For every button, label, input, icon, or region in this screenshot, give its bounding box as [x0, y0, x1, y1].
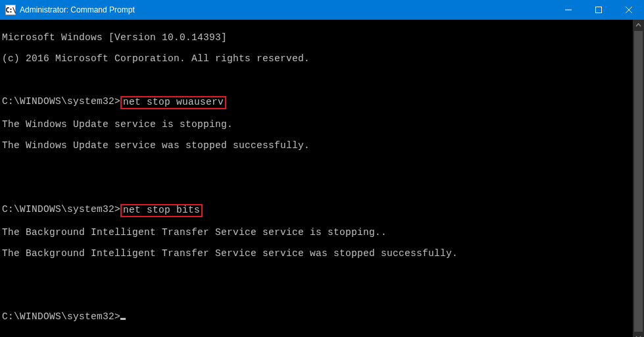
titlebar[interactable]: C:\ Administrator: Command Prompt — [0, 0, 644, 20]
highlight-box-2: net stop bits — [120, 204, 203, 217]
close-icon — [626, 7, 632, 13]
minimize-icon — [565, 7, 572, 13]
output-1-line-1: The Windows Update service is stopping. — [2, 119, 633, 130]
output-2-line-1: The Background Intelligent Transfer Serv… — [2, 227, 633, 238]
scroll-down-button[interactable] — [633, 332, 644, 337]
blank-line — [2, 74, 633, 85]
command-2: net stop bits — [123, 205, 200, 215]
scroll-up-button[interactable] — [633, 20, 644, 31]
prompt-prefix: C:\WINDOWS\system32> — [2, 96, 120, 107]
prompt-line-2: C:\WINDOWS\system32>net stop bits — [2, 203, 633, 217]
prompt-prefix: C:\WINDOWS\system32> — [2, 311, 120, 322]
terminal-output[interactable]: Microsoft Windows [Version 10.0.14393] (… — [0, 20, 633, 337]
svg-rect-1 — [596, 7, 602, 13]
scrollbar-track[interactable] — [633, 31, 644, 332]
highlight-box-1: net stop wuauserv — [120, 96, 226, 109]
chevron-up-icon — [635, 22, 641, 28]
cmd-icon: C:\ — [5, 5, 16, 15]
text-cursor — [120, 318, 126, 320]
prompt-prefix: C:\WINDOWS\system32> — [2, 204, 120, 215]
blank-line — [2, 290, 633, 301]
window-title: Administrator: Command Prompt — [20, 5, 135, 14]
minimize-button[interactable] — [553, 0, 583, 20]
output-1-line-2: The Windows Update service was stopped s… — [2, 140, 633, 151]
command-prompt-window: C:\ Administrator: Command Prompt Micros… — [0, 0, 644, 337]
blank-line — [2, 182, 633, 193]
close-button[interactable] — [614, 0, 644, 20]
client-area: Microsoft Windows [Version 10.0.14393] (… — [0, 20, 644, 337]
command-1: net stop wuauserv — [123, 97, 224, 107]
chevron-down-icon — [635, 334, 641, 337]
scrollbar-thumb[interactable] — [634, 31, 643, 332]
maximize-button[interactable] — [583, 0, 614, 20]
blank-line — [2, 269, 633, 280]
maximize-icon — [595, 7, 602, 13]
prompt-line-3: C:\WINDOWS\system32> — [2, 311, 633, 322]
vertical-scrollbar[interactable] — [633, 20, 644, 337]
blank-line — [2, 161, 633, 172]
line-version: Microsoft Windows [Version 10.0.14393] — [2, 32, 633, 43]
output-2-line-2: The Background Intelligent Transfer Serv… — [2, 248, 633, 259]
prompt-line-1: C:\WINDOWS\system32>net stop wuauserv — [2, 95, 633, 109]
line-copyright: (c) 2016 Microsoft Corporation. All righ… — [2, 53, 633, 64]
